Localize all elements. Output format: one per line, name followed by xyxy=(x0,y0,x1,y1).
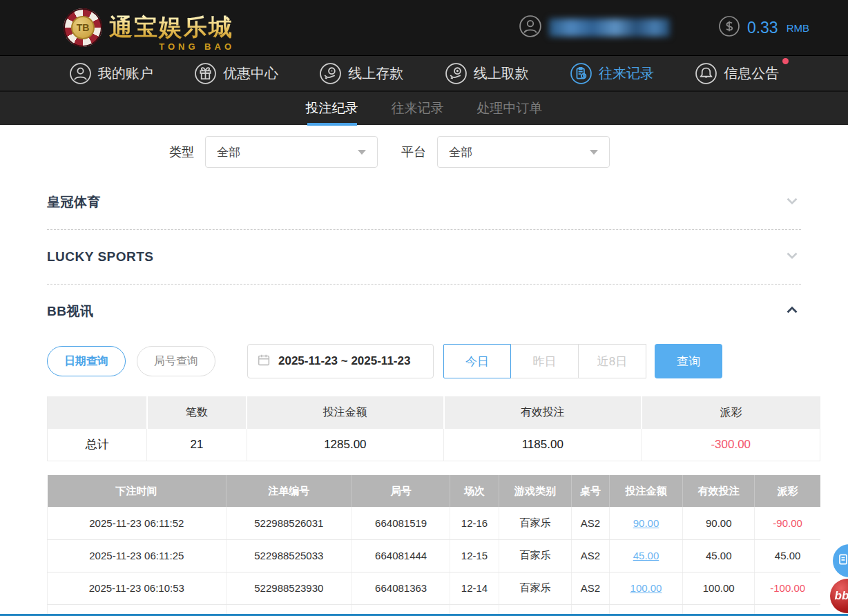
cell-round-no: 664081363 xyxy=(352,572,450,604)
site-title: 通宝娱乐城 xyxy=(109,12,233,44)
top-header: TB 通宝娱乐城 TONG BAO 0.33 RM xyxy=(0,0,848,55)
summary-total-label: 总计 xyxy=(48,429,147,461)
date-query-button[interactable]: 日期查询 xyxy=(47,346,126,376)
cell-order-no: 522988526031 xyxy=(226,507,351,539)
table-row: 2025-11-23 06:11:25 522988525033 6640814… xyxy=(48,539,821,572)
cell-session: 12-15 xyxy=(450,539,499,572)
type-select-value: 全部 xyxy=(217,144,240,160)
username-blurred xyxy=(549,19,670,37)
chevron-up-icon xyxy=(783,301,801,322)
filter-row: 类型 全部 平台 全部 xyxy=(0,136,820,168)
col-header-valid-bet: 有效投注 xyxy=(683,475,755,507)
col-header-bet-amount: 投注金额 xyxy=(609,475,682,507)
cell-time: 2025-11-23 06:11:52 xyxy=(48,507,227,539)
balance[interactable]: 0.33 RMB xyxy=(718,15,809,40)
summary-header: 派彩 xyxy=(642,397,820,429)
cell-time: 2025-11-23 06:11:25 xyxy=(48,539,227,572)
cell-table-no: AS2 xyxy=(571,507,609,539)
cell-game-type: 百家乐 xyxy=(499,507,571,539)
nav-item-announcements[interactable]: 信息公告 xyxy=(695,62,779,85)
chevron-down-icon xyxy=(590,150,598,155)
nav-label: 我的账户 xyxy=(98,64,153,83)
type-select[interactable]: 全部 xyxy=(205,136,378,168)
yesterday-button[interactable]: 昨日 xyxy=(511,344,579,378)
section-title: BB视讯 xyxy=(47,302,93,320)
summary-table: 笔数 投注金额 有效投注 派彩 总计 21 1285.00 1185.00 -3… xyxy=(47,396,820,461)
section-bb-casino[interactable]: BB视讯 xyxy=(47,284,801,338)
summary-header-row: 笔数 投注金额 有效投注 派彩 xyxy=(48,397,820,429)
col-header-time: 下注时间 xyxy=(48,475,227,507)
bet-records-table: 下注时间 注单编号 局号 场次 游戏类别 桌号 投注金额 有效投注 派彩 202… xyxy=(47,475,820,616)
summary-count: 21 xyxy=(147,429,247,461)
main-nav: 我的账户 优惠中心 线上存款 线上取款 xyxy=(0,55,848,90)
table-row: 2025-11-23 06:11:52 522988526031 6640815… xyxy=(48,507,821,539)
cell-session: 12-14 xyxy=(450,572,499,604)
summary-valid-bet: 1185.00 xyxy=(444,429,642,461)
table-header-row: 下注时间 注单编号 局号 场次 游戏类别 桌号 投注金额 有效投注 派彩 xyxy=(48,475,821,507)
site-subtitle: TONG BAO xyxy=(159,41,235,52)
user-icon xyxy=(69,62,92,85)
quick-date-group: 今日 昨日 近8日 xyxy=(443,344,646,378)
cell-game-type: 百家乐 xyxy=(499,539,571,572)
bet-amount-link[interactable]: 45.00 xyxy=(633,550,659,561)
summary-total-row: 总计 21 1285.00 1185.00 -300.00 xyxy=(48,429,820,461)
tab-pending-orders[interactable]: 处理中订单 xyxy=(477,91,543,126)
summary-header: 有效投注 xyxy=(444,397,642,429)
last8days-button[interactable]: 近8日 xyxy=(579,344,646,378)
cell-valid-bet: 100.00 xyxy=(683,572,755,604)
nav-item-records[interactable]: 往来记录 xyxy=(570,62,654,85)
nav-item-withdraw[interactable]: 线上取款 xyxy=(445,62,529,85)
chevron-down-icon xyxy=(783,247,801,267)
cell-order-no: 522988525033 xyxy=(226,539,351,572)
cell-payout: -100.00 xyxy=(755,572,820,604)
section-crown-sports[interactable]: 皇冠体育 xyxy=(47,175,801,229)
nav-item-deposit[interactable]: 线上存款 xyxy=(319,62,403,85)
cell-table-no: AS2 xyxy=(571,539,609,572)
search-button[interactable]: 查询 xyxy=(655,344,722,378)
summary-bet-amount: 1285.00 xyxy=(247,429,443,461)
summary-header: 投注金额 xyxy=(247,397,443,429)
bb-logo: bb xyxy=(835,589,848,603)
withdraw-icon xyxy=(445,62,468,85)
cell-valid-bet: 90.00 xyxy=(683,507,755,539)
type-filter-label: 类型 xyxy=(169,144,194,160)
col-header-game-type: 游戏类别 xyxy=(499,475,571,507)
user-account[interactable] xyxy=(519,15,670,41)
nav-item-promotions[interactable]: 优惠中心 xyxy=(194,62,278,85)
nav-label: 信息公告 xyxy=(724,64,779,83)
platform-select-value: 全部 xyxy=(449,144,472,160)
col-header-round: 局号 xyxy=(352,475,450,507)
date-range-input[interactable]: 2025-11-23 ~ 2025-11-23 xyxy=(247,344,434,378)
cell-session: 12-16 xyxy=(450,507,499,539)
notification-dot xyxy=(782,58,789,64)
site-logo[interactable]: TB 通宝娱乐城 TONG BAO xyxy=(64,8,233,47)
nav-item-my-account[interactable]: 我的账户 xyxy=(69,62,153,85)
records-icon xyxy=(570,62,592,85)
date-range-value: 2025-11-23 ~ 2025-11-23 xyxy=(278,354,410,368)
platform-select[interactable]: 全部 xyxy=(437,136,610,168)
balance-currency: RMB xyxy=(787,22,809,34)
tab-transaction-records[interactable]: 往来记录 xyxy=(392,91,444,126)
calendar-icon xyxy=(256,352,271,370)
bell-icon xyxy=(695,62,717,85)
section-lucky-sports[interactable]: LUCKY SPORTS xyxy=(47,229,801,284)
tab-bet-records[interactable]: 投注纪录 xyxy=(306,91,358,126)
summary-header: 笔数 xyxy=(147,397,247,429)
cell-round-no: 664081519 xyxy=(352,507,450,539)
deposit-icon xyxy=(319,62,342,85)
chip-tb-label: TB xyxy=(71,16,95,39)
gift-icon xyxy=(194,62,217,85)
col-header-session: 场次 xyxy=(450,475,499,507)
bet-amount-link[interactable]: 90.00 xyxy=(633,517,659,529)
cell-order-no: 522988523930 xyxy=(226,572,351,604)
platform-filter-label: 平台 xyxy=(401,144,426,160)
cell-game-type: 百家乐 xyxy=(499,572,571,604)
cell-valid-bet: 45.00 xyxy=(683,539,755,572)
record-tabs: 投注纪录 往来记录 处理中订单 xyxy=(0,90,848,125)
round-query-button[interactable]: 局号查询 xyxy=(137,346,215,376)
table-row: 2025-11-23 06:10:53 522988523930 6640813… xyxy=(48,572,821,604)
bet-amount-link[interactable]: 100.00 xyxy=(630,582,662,594)
service-document-icon xyxy=(836,552,848,569)
user-icon xyxy=(519,15,542,41)
today-button[interactable]: 今日 xyxy=(443,344,511,378)
